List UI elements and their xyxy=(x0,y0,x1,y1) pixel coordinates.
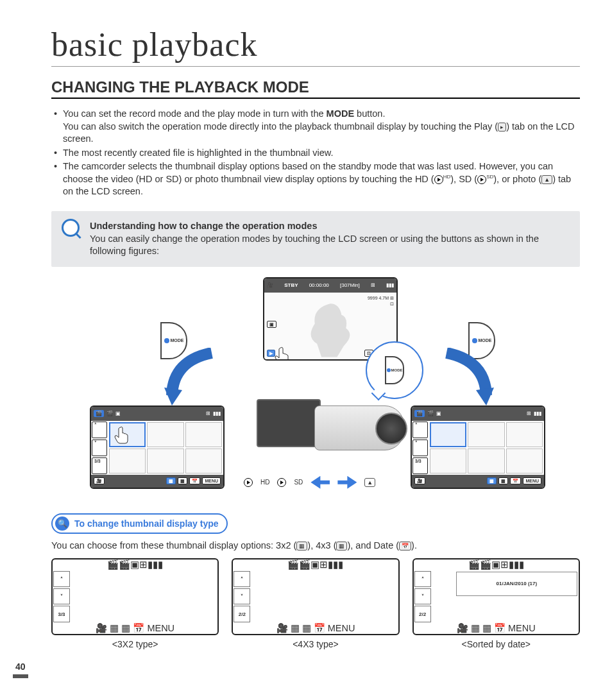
menu-button[interactable]: MENU xyxy=(523,477,541,484)
text: You can also switch the operation mode d… xyxy=(63,121,498,132)
thumbnail-cell[interactable] xyxy=(433,572,455,596)
date-row[interactable]: 01/JAN/2010 (17) xyxy=(456,572,577,596)
tip-title: To change thumbnail display type xyxy=(74,518,219,529)
sd-tab[interactable]: 🎬 xyxy=(119,559,130,570)
thumbnail-cell[interactable] xyxy=(468,448,504,474)
thumbnail-cell[interactable] xyxy=(430,422,466,447)
photo-tab[interactable]: ▣ xyxy=(310,559,319,570)
thumbnail-cell[interactable] xyxy=(169,572,217,596)
rec-mode-button[interactable]: 🎥 xyxy=(276,623,288,633)
rec-mode-button[interactable]: 🎥 xyxy=(96,623,107,633)
grid-3x2-button[interactable]: ▦ xyxy=(487,477,497,484)
mode-diagram: 🎥 STBY 00:00:00 [307Min] ⊞ ▮▮▮ ⊡ MENU 99… xyxy=(51,277,580,508)
grid-date-button[interactable]: 📅 xyxy=(314,623,325,633)
grid-date-button[interactable]: 📅 xyxy=(510,477,521,484)
hd-tab[interactable]: 🎬 xyxy=(94,410,104,417)
photo-tab[interactable]: ▣ xyxy=(491,559,500,570)
thumbnail-cell[interactable] xyxy=(289,605,325,621)
rec-mode-button[interactable]: 🎥 xyxy=(457,623,468,633)
thumbnail-cell[interactable] xyxy=(252,588,288,604)
thumbnail-cell[interactable] xyxy=(252,605,288,621)
page-up-button[interactable]: ˄ xyxy=(53,571,70,587)
rec-mode-button[interactable]: 🎥 xyxy=(414,477,425,484)
grid-3x2-button[interactable]: ▦ xyxy=(110,623,119,633)
sd-tab[interactable]: 🎬 xyxy=(299,559,310,570)
card-icon: ⊞ xyxy=(319,559,328,570)
thumbnail-cell[interactable] xyxy=(325,588,361,604)
grid-4x3-button[interactable]: ▦ xyxy=(498,477,508,484)
rec-mode-button[interactable]: 🎥 xyxy=(94,477,105,484)
page-up-button[interactable]: ˄ xyxy=(234,571,250,587)
photo-tab[interactable]: ▣ xyxy=(130,559,139,570)
thumbnail-cell[interactable] xyxy=(361,572,397,588)
hd-tab[interactable]: 🎬 xyxy=(468,559,480,570)
sd-tab[interactable]: 🎬 xyxy=(106,411,113,416)
grid-date-button[interactable]: 📅 xyxy=(189,477,200,484)
menu-button[interactable]: MENU xyxy=(328,623,355,633)
page-down-button[interactable]: ˅ xyxy=(234,588,250,604)
grid-4x3-button[interactable]: ▦ xyxy=(178,477,187,484)
thumbnail-cell[interactable] xyxy=(361,588,397,604)
thumbnail-cell[interactable] xyxy=(506,448,543,474)
page-up-button[interactable]: ˄ xyxy=(414,571,431,587)
grid-date-button[interactable]: 📅 xyxy=(494,623,506,633)
mode-word: MODE xyxy=(327,108,355,119)
thumbnail-cell[interactable] xyxy=(147,448,183,474)
page-number: 40 xyxy=(13,662,28,678)
page-down-button[interactable]: ˅ xyxy=(53,588,70,604)
menu-button[interactable]: MENU xyxy=(147,623,174,633)
thumbnail-cell[interactable] xyxy=(252,572,288,588)
sd-tab[interactable]: 🎬 xyxy=(480,559,491,570)
thumbnail-cell[interactable] xyxy=(72,572,119,596)
date-icon: 📅 xyxy=(399,542,411,551)
page-down-button[interactable]: ˅ xyxy=(92,440,107,456)
menu-button[interactable]: MENU xyxy=(508,623,536,633)
thumb-type-date: 🎬🎬▣⊞▮▮▮ ˄ ˅ 2/2 01/JAN/2010 (17) xyxy=(412,558,580,649)
thumbnail-cell[interactable] xyxy=(289,588,325,604)
thumbnail-cell[interactable] xyxy=(121,572,168,596)
thumbnail-cell[interactable] xyxy=(325,572,361,588)
thumbnail-cell[interactable] xyxy=(430,448,466,474)
thumbnail-cell[interactable] xyxy=(169,597,217,622)
caption: <Sorted by date> xyxy=(412,639,580,649)
photo-icon: ▲ xyxy=(541,175,552,184)
thumbnail-cell[interactable] xyxy=(361,605,397,621)
thumbnail-cell[interactable] xyxy=(185,448,222,474)
thumbnail-cell[interactable] xyxy=(109,448,146,474)
size-label: 4.7M xyxy=(378,296,389,300)
grid-3x2-button[interactable]: ▦ xyxy=(471,623,480,633)
battery-icon: ▮▮▮ xyxy=(534,411,541,416)
photo-tab[interactable]: ▣ xyxy=(115,411,121,416)
page-down-button[interactable]: ˅ xyxy=(414,588,431,604)
lcd-date: 🎬🎬▣⊞▮▮▮ ˄ ˅ 2/2 01/JAN/2010 (17) xyxy=(412,558,580,635)
hd-tab[interactable]: 🎬 xyxy=(287,559,299,570)
thumbnail-cell[interactable] xyxy=(185,422,222,447)
grid-4x3-button[interactable]: ▦ xyxy=(482,623,491,633)
page-up-button[interactable]: ˄ xyxy=(92,422,107,438)
text: button. xyxy=(354,108,385,119)
caption: <4X3 type> xyxy=(232,639,399,649)
thumbnail-cell[interactable] xyxy=(289,572,325,588)
play-tab-small[interactable]: ▣ xyxy=(267,321,276,328)
photo-tab[interactable]: ▣ xyxy=(436,411,441,416)
thumbnail-cell[interactable] xyxy=(506,422,543,447)
thumbnail-cell[interactable] xyxy=(72,597,119,622)
card-icon: ⊞ xyxy=(527,411,531,416)
page-indicator: 2/2 xyxy=(234,606,250,622)
rec-icon: 🎥 xyxy=(267,282,273,288)
menu-button[interactable]: MENU xyxy=(202,477,221,484)
thumbnail-cell[interactable] xyxy=(121,597,168,622)
thumbnail-cell[interactable] xyxy=(468,422,504,447)
sd-tab[interactable]: 🎬 xyxy=(427,411,434,416)
thumbnail-cell[interactable] xyxy=(325,605,361,621)
sd-label: SD xyxy=(294,479,303,486)
grid-4x3-button[interactable]: ▦ xyxy=(302,623,311,633)
hd-tab[interactable]: 🎬 xyxy=(107,559,119,570)
grid-3x2-button[interactable]: ▦ xyxy=(291,623,300,633)
lcd-botbar: 🎥 ▦ ▦ 📅 MENU xyxy=(91,475,223,488)
hd-icon xyxy=(434,175,443,184)
grid-4x3-button[interactable]: ▦ xyxy=(121,623,130,633)
grid-date-button[interactable]: 📅 xyxy=(133,623,144,633)
thumbnail-cell[interactable] xyxy=(147,422,183,447)
grid-3x2-button[interactable]: ▦ xyxy=(166,477,176,484)
